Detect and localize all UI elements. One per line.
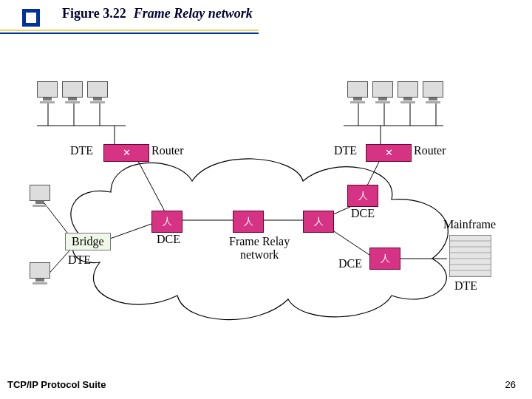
dce-label: DCE bbox=[157, 233, 180, 246]
dte-label: DTE bbox=[68, 253, 91, 267]
page-number: 26 bbox=[505, 379, 516, 390]
mainframe-label: Mainframe bbox=[443, 218, 496, 231]
pc-icon bbox=[347, 81, 368, 98]
router-icon: ✕ bbox=[103, 144, 149, 162]
dte-label: DTE bbox=[70, 144, 93, 157]
title-underline-blue bbox=[0, 33, 259, 34]
dce-switch-icon: 人 bbox=[369, 248, 400, 270]
router-label: Router bbox=[151, 144, 184, 157]
cloud-title: Frame Relay network bbox=[229, 235, 290, 262]
svg-line-13 bbox=[44, 203, 70, 236]
pc-icon bbox=[30, 185, 50, 201]
pc-icon bbox=[37, 81, 58, 98]
pc-icon bbox=[423, 81, 443, 98]
dte-label: DTE bbox=[454, 279, 477, 293]
bullet-icon bbox=[22, 9, 40, 27]
figure-number: Figure 3.22 bbox=[62, 6, 126, 21]
dce-switch-icon: 人 bbox=[233, 211, 264, 233]
dce-switch-icon: 人 bbox=[347, 185, 378, 207]
dce-label: DCE bbox=[351, 207, 375, 220]
pc-icon bbox=[372, 81, 393, 98]
bridge-label: Bridge bbox=[65, 233, 111, 250]
dce-label: DCE bbox=[338, 257, 362, 270]
mainframe-icon bbox=[449, 235, 491, 277]
pc-group-left bbox=[37, 81, 108, 98]
router-icon: ✕ bbox=[366, 144, 412, 162]
footer-source: TCP/IP Protocol Suite bbox=[7, 379, 106, 390]
pc-icon bbox=[398, 81, 418, 98]
svg-line-12 bbox=[366, 159, 381, 188]
figure-title: Frame Relay network bbox=[134, 6, 253, 21]
pc-icon bbox=[30, 262, 50, 279]
title-underline-gold bbox=[0, 30, 259, 31]
pc-group-right bbox=[347, 81, 443, 98]
dce-switch-icon: 人 bbox=[303, 211, 334, 233]
dte-label: DTE bbox=[334, 144, 357, 157]
pc-icon bbox=[62, 81, 83, 98]
connection-lines bbox=[30, 74, 502, 340]
dce-switch-icon: 人 bbox=[151, 211, 183, 233]
pc-icon bbox=[87, 81, 108, 98]
slide-title: Figure 3.22 Frame Relay network bbox=[0, 4, 253, 22]
router-label: Router bbox=[414, 144, 446, 157]
diagram-area: ✕ ✕ 人 人 人 人 人 DTE Router DTE Router Brid… bbox=[30, 74, 502, 340]
